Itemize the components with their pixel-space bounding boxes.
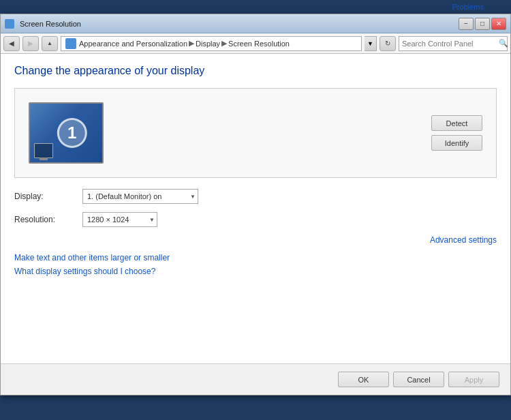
title-bar-controls: − □ ✕ bbox=[459, 18, 506, 30]
forward-button[interactable]: ▶ bbox=[22, 36, 39, 51]
resolution-row: Resolution: 1280 × 1024 bbox=[14, 212, 497, 227]
display-select[interactable]: 1. (Default Monitor) on bbox=[82, 189, 198, 204]
screen-resolution-window: Screen Resolution − □ ✕ ◀ ▶ ▲ Appearance… bbox=[0, 14, 511, 395]
resolution-label: Resolution: bbox=[14, 215, 82, 224]
address-path: Appearance and Personalization ▶ Display… bbox=[61, 36, 362, 51]
display-row: Display: 1. (Default Monitor) on bbox=[14, 189, 497, 204]
up-button[interactable]: ▲ bbox=[42, 36, 58, 51]
bottom-bar: OK Cancel Apply bbox=[1, 363, 510, 395]
monitor-preview: 1 bbox=[29, 102, 104, 164]
back-button[interactable]: ◀ bbox=[3, 36, 20, 51]
resolution-select[interactable]: 1280 × 1024 bbox=[82, 212, 157, 227]
address-chevron[interactable]: ▼ bbox=[365, 36, 377, 51]
help-links: Make text and other items larger or smal… bbox=[14, 253, 497, 276]
monitor-number: 1 bbox=[57, 118, 87, 148]
detect-identify-buttons: Detect Identify bbox=[431, 115, 482, 151]
help-link-text-size[interactable]: Make text and other items larger or smal… bbox=[14, 253, 497, 262]
identify-button[interactable]: Identify bbox=[431, 135, 482, 151]
monitor-area: 1 Detect Identify bbox=[14, 88, 497, 178]
resolution-select-wrapper: 1280 × 1024 bbox=[82, 212, 157, 227]
window-title: Screen Resolution bbox=[20, 20, 81, 28]
mini-monitor-icon bbox=[34, 143, 53, 158]
search-icon[interactable]: 🔍 bbox=[499, 39, 508, 48]
breadcrumb-appearance[interactable]: Appearance and Personalization bbox=[79, 40, 187, 48]
breadcrumb-display[interactable]: Display bbox=[196, 40, 220, 48]
help-link-display-settings[interactable]: What display settings should I choose? bbox=[14, 267, 497, 276]
breadcrumb-screen-resolution[interactable]: Screen Resolution bbox=[228, 40, 290, 48]
apply-button[interactable]: Apply bbox=[448, 372, 499, 387]
title-bar: Screen Resolution − □ ✕ bbox=[1, 14, 510, 33]
search-box: 🔍 bbox=[399, 36, 508, 51]
advanced-settings-link[interactable]: Advanced settings bbox=[14, 235, 497, 245]
monitor-display: 1 bbox=[29, 102, 104, 164]
control-panel-icon bbox=[65, 38, 76, 49]
problems-link[interactable]: Problems bbox=[452, 3, 484, 11]
close-button[interactable]: ✕ bbox=[491, 18, 506, 30]
main-content: Change the appearance of your display 1 … bbox=[1, 54, 510, 363]
maximize-button[interactable]: □ bbox=[475, 18, 490, 30]
display-select-wrapper: 1. (Default Monitor) on bbox=[82, 189, 198, 204]
window-icon bbox=[5, 19, 14, 29]
title-bar-left: Screen Resolution bbox=[5, 19, 81, 29]
search-input[interactable] bbox=[402, 40, 496, 48]
detect-button[interactable]: Detect bbox=[431, 115, 482, 131]
refresh-button[interactable]: ↻ bbox=[380, 36, 396, 51]
address-bar: ◀ ▶ ▲ Appearance and Personalization ▶ D… bbox=[1, 33, 510, 54]
ok-button[interactable]: OK bbox=[338, 372, 389, 387]
display-label: Display: bbox=[14, 192, 82, 201]
page-title: Change the appearance of your display bbox=[14, 65, 497, 77]
cancel-button[interactable]: Cancel bbox=[393, 372, 444, 387]
minimize-button[interactable]: − bbox=[459, 18, 474, 30]
